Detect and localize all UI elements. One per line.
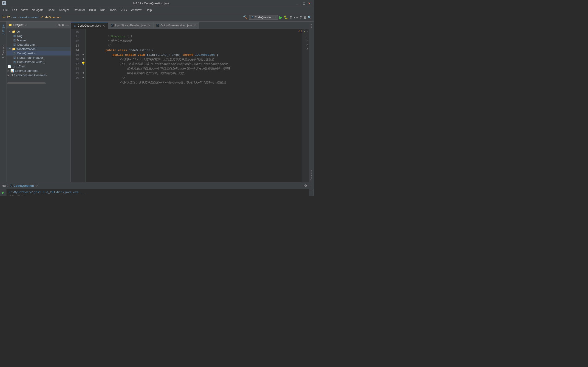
scroll-up-arrow[interactable]: ▲: [303, 30, 305, 33]
coverage-icon[interactable]: ☂: [299, 15, 302, 19]
breadcrumb-file[interactable]: CodeQuestion: [41, 16, 61, 19]
breadcrumb-project[interactable]: lx4.17: [2, 16, 10, 19]
tab-outputstreamwriter[interactable]: C OutputStreamWriter_.java ✕: [154, 22, 199, 29]
project-dropdown-icon[interactable]: ⌄: [25, 23, 27, 26]
more-run-icon[interactable]: ▾: [294, 16, 295, 19]
code-line-10: * @version 1.0: [87, 30, 300, 34]
menu-build[interactable]: Build: [87, 8, 98, 12]
run-button[interactable]: ▶: [279, 15, 283, 20]
run-content: ▶ ↑ ■ ↓ ↺ ≡ ⚙ ⊞ D:\MySoftware\jdk1.8.0_2…: [0, 189, 314, 196]
breadcrumb-sep3: ›: [40, 16, 40, 19]
title-left: 🅼: [2, 1, 6, 6]
warning-badge[interactable]: ⚠ 1 ▲ ▼: [298, 30, 308, 33]
gutter-18: [81, 66, 86, 70]
menu-refactor[interactable]: Refactor: [72, 8, 87, 12]
gutter-10: [81, 29, 86, 33]
code-text: * 看中文乱码问题: [105, 40, 132, 43]
sort-icon[interactable]: ⇅: [58, 23, 61, 27]
menu-view[interactable]: View: [19, 8, 29, 12]
profile-button[interactable]: ⬆: [289, 15, 292, 19]
editor-right-gutter: ⚠ 1 ▲ ▼ I 中 ↺ ⚙: [302, 29, 309, 182]
tree-item-dog[interactable]: C Dog: [6, 34, 70, 38]
gutter-12: [81, 38, 86, 43]
stop-button[interactable]: ■: [296, 16, 298, 19]
run-name-icon: C: [10, 184, 12, 187]
menu-vcs[interactable]: VCS: [119, 8, 129, 12]
tab-codequestion[interactable]: C CodeQuestion.java ✕: [71, 22, 108, 29]
project-tree: ▼ 📁 oo C Dog C Master C OutputStream_ ▼ …: [6, 28, 70, 182]
structure-panel-button[interactable]: 2: Structure: [1, 44, 5, 59]
run-name-container: C CodeQuestion: [10, 184, 34, 187]
code-line-13: public class CodeQuestion {: [87, 44, 300, 48]
undo-icon[interactable]: ↺: [306, 43, 308, 46]
tab-class-icon: C: [156, 24, 159, 27]
run-minimize-icon[interactable]: —: [309, 184, 312, 188]
menu-help[interactable]: Help: [144, 8, 154, 12]
ant-panel-label[interactable]: Ant: [310, 23, 313, 29]
tab-close-inputstreamreader[interactable]: ✕: [148, 24, 151, 27]
search-button[interactable]: 🔍: [308, 15, 312, 19]
tree-item-oo[interactable]: ▼ 📁 oo: [6, 29, 70, 34]
scratches-icon: 🗒: [10, 73, 13, 77]
run-settings-icon[interactable]: ⚙: [304, 184, 307, 188]
menu-code[interactable]: Code: [46, 8, 57, 12]
lightbulb-icon[interactable]: 💡: [81, 61, 85, 65]
settings-icon[interactable]: ⚙: [61, 23, 65, 27]
tree-item-extlib[interactable]: ▶ 📊 External Libraries: [6, 69, 70, 73]
tree-item-master[interactable]: C Master: [6, 38, 70, 42]
tree-item-codequestion[interactable]: C CodeQuestion: [6, 51, 70, 56]
line-numbers: 10 11 12 ▶ 13 ▶ 14 15 16 17 18 19 20: [71, 29, 81, 182]
breadcrumb: lx4.17 › src › transformation › CodeQues…: [2, 16, 61, 19]
tree-item-label: Master: [17, 39, 26, 42]
tree-item-outputstreamwriter[interactable]: C OutputStreamWriter_: [6, 60, 70, 64]
scroll-down-arrow[interactable]: ▼: [306, 30, 308, 33]
menu-tools[interactable]: Tools: [108, 8, 118, 12]
run-tab-close[interactable]: ✕: [36, 184, 38, 187]
layout-icon[interactable]: ⊞: [303, 15, 306, 19]
tree-item-iml[interactable]: 📄 lx4.17.iml: [6, 64, 70, 69]
line-12: 12: [71, 39, 79, 44]
settings-editor-icon[interactable]: ⚙: [306, 47, 308, 50]
tree-item-transformation[interactable]: ▼ 📁 transformation: [6, 47, 70, 51]
database-panel-label[interactable]: Database: [310, 168, 313, 182]
add-icon[interactable]: +: [55, 23, 57, 27]
menu-navigate[interactable]: Navigate: [30, 8, 45, 12]
code-text: CodeQuestion {: [129, 49, 154, 52]
code-content[interactable]: * @version 1.0 * 看中文乱码问题 */ public class…: [86, 29, 302, 182]
warning-icon: ⚠: [298, 30, 300, 33]
debug-button[interactable]: 🐛: [284, 15, 288, 19]
main-layout: 1: Project 2: Structure 📁 Project ⌄ + ⇅ …: [0, 22, 314, 182]
menu-analyze[interactable]: Analyze: [57, 8, 71, 12]
code-editor[interactable]: 10 11 12 ▶ 13 ▶ 14 15 16 17 18 19 20: [71, 29, 309, 182]
breadcrumb-package[interactable]: transformation: [19, 16, 39, 19]
code-text: *: [105, 35, 111, 38]
run-config-dropdown[interactable]: C CodeQuestion ⌄: [249, 15, 278, 20]
run-restart-button[interactable]: ▶: [1, 190, 6, 195]
menu-run[interactable]: Run: [98, 8, 107, 12]
maximize-button[interactable]: □: [302, 1, 306, 6]
window-controls[interactable]: — □ ✕: [297, 1, 311, 6]
tree-item-inputstreamreader[interactable]: C InputStreamReader_: [6, 56, 70, 60]
chinese-input-icon: 中: [306, 39, 308, 42]
close-button[interactable]: ✕: [307, 1, 311, 6]
breadcrumb-src[interactable]: src: [13, 16, 17, 19]
code-text: class: [118, 49, 129, 52]
menu-edit[interactable]: Edit: [10, 8, 19, 12]
tree-item-scratches[interactable]: ▶ 🗒 Scratches and Consoles: [6, 73, 70, 77]
menu-file[interactable]: File: [1, 8, 10, 12]
class-icon: C: [13, 43, 16, 46]
minimize-button[interactable]: —: [297, 1, 301, 6]
minimize-panel-icon[interactable]: —: [65, 23, 69, 27]
tree-item-outputstream[interactable]: C OutputStream_: [6, 42, 70, 47]
collapse-arrow: ▼: [9, 48, 11, 50]
tab-close-codequestion[interactable]: ✕: [103, 24, 105, 27]
folder-icon: 📁: [12, 30, 16, 33]
project-panel-button[interactable]: 1: Project: [1, 23, 5, 35]
tab-close-outputstreamwriter[interactable]: ✕: [194, 24, 196, 27]
tab-inputstreamreader[interactable]: C InputStreamReader_.java ✕: [108, 22, 154, 29]
code-text: 学流最关键的是要知道什么时候使用什么流。: [105, 72, 187, 75]
menu-window[interactable]: Window: [129, 8, 143, 12]
run-output-line2: 读取到的内容yyds!◆◆◆◆◆◆”◆◆: [9, 195, 306, 196]
run-header-right: ⚙ —: [304, 184, 312, 188]
tree-item-label: OutputStreamWriter_: [17, 60, 45, 64]
